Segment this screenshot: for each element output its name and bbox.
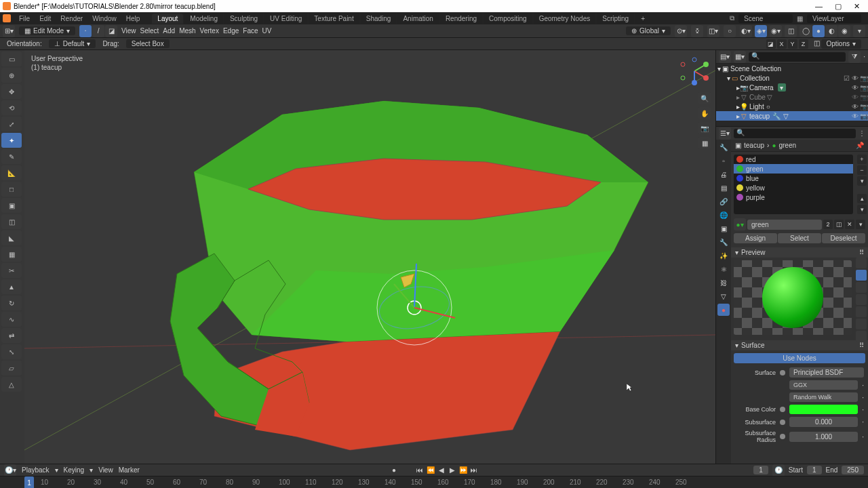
mat-slot-red[interactable]: red	[734, 155, 853, 164]
menu-mesh[interactable]: Mesh	[179, 27, 195, 35]
playhead[interactable]: 1	[24, 476, 34, 488]
subsurface-socket-icon[interactable]	[780, 420, 785, 425]
surface-panel-header[interactable]: ▾Surface⠿	[731, 340, 868, 350]
shading-matprev-icon[interactable]: ◐	[825, 25, 837, 37]
tab-texturepaint[interactable]: Texture Paint	[309, 14, 359, 24]
outliner-new-icon[interactable]: ·	[863, 53, 865, 60]
shrink-tool-icon[interactable]: ⤡	[1, 344, 22, 359]
anim-dot-icon[interactable]: ·	[862, 394, 864, 401]
tab-layout[interactable]: Layout	[152, 14, 183, 24]
particle-tab-icon[interactable]: ✨	[717, 249, 730, 262]
outliner-funnel-icon[interactable]: ⧩	[848, 51, 861, 63]
tab-geonodes[interactable]: Geometry Nodes	[534, 14, 596, 24]
mat-slot-green[interactable]: green	[734, 164, 853, 174]
shading-solid-icon[interactable]: ●	[812, 25, 825, 37]
scene-browse-icon[interactable]: ⧉	[730, 14, 734, 22]
mat-slot-purple[interactable]: purple	[734, 192, 853, 202]
distribution-field[interactable]: GGX	[789, 380, 858, 390]
mat-users-icon[interactable]: 2	[823, 220, 833, 229]
viewport[interactable]: User Perspective (1) teacup 🔍 ✋ 📷 ▦	[24, 50, 715, 464]
mat-browse-icon[interactable]: ●▾	[734, 218, 746, 230]
mat-newcopy-icon[interactable]: ◫	[834, 220, 844, 229]
end-frame[interactable]: 250	[842, 466, 864, 474]
shading-wireframe-icon[interactable]: ◯	[800, 25, 812, 37]
breadcrumb-mat[interactable]: green	[778, 142, 796, 149]
props-editor-icon[interactable]: ☰▾	[719, 127, 731, 140]
jump-nextkey-icon[interactable]: ⏩	[458, 466, 468, 475]
surface-shader-field[interactable]: Principled BSDF	[789, 367, 864, 378]
timeline-track[interactable]: 1 10203040506070809010011012013014015016…	[0, 476, 868, 488]
scene-collection[interactable]: Scene Collection	[730, 65, 781, 73]
polybuild-tool-icon[interactable]: ▲	[1, 279, 22, 294]
xray-icon[interactable]: ◫	[785, 25, 797, 37]
measure-tool-icon[interactable]: 📐	[1, 165, 22, 180]
mat-slot-blue[interactable]: blue	[734, 174, 853, 183]
subsurfradius-socket-icon[interactable]	[780, 434, 785, 439]
gizmo-icon[interactable]: ◈▾	[755, 25, 767, 37]
output-tab-icon[interactable]: 🖨	[717, 168, 730, 180]
cursor-tool-icon[interactable]: ⊕	[1, 68, 22, 83]
axis-z[interactable]: Z	[799, 39, 808, 49]
object-tab-icon[interactable]: ▣	[717, 222, 730, 235]
tab-compositing[interactable]: Compositing	[484, 14, 532, 24]
proportional-icon[interactable]: ○	[724, 25, 736, 37]
mat-movedown-icon[interactable]: ▾	[857, 205, 867, 214]
vertex-select-icon[interactable]: ⬝	[79, 25, 92, 37]
tab-rendering[interactable]: Rendering	[440, 14, 482, 24]
camera-view-icon[interactable]: 📷	[698, 122, 711, 134]
zoom-icon[interactable]: 🔍	[698, 92, 711, 104]
play-icon[interactable]: ▶	[448, 466, 457, 475]
options-dropdown[interactable]: Options▾	[821, 39, 861, 49]
mat-link-icon[interactable]: ▾	[856, 220, 865, 229]
material-tab-icon[interactable]: ●	[717, 304, 730, 316]
menu-window[interactable]: Window	[88, 15, 121, 22]
edgeslide-tool-icon[interactable]: ⇄	[1, 328, 22, 343]
outliner-teacup[interactable]: teacup	[749, 113, 770, 120]
mesh-edit-mode-icon[interactable]: ◐▾	[740, 25, 752, 37]
shading-rendered-icon[interactable]: ◉	[838, 25, 850, 37]
play-reverse-icon[interactable]: ◀	[437, 466, 446, 475]
extrude-tool-icon[interactable]: ▣	[1, 198, 22, 213]
mode-selector[interactable]: ▦Edit Mode▾	[19, 26, 75, 35]
view-menu[interactable]: View	[98, 466, 113, 474]
drag-dropdown[interactable]: Select Box	[126, 39, 170, 48]
anim-dot-icon[interactable]: ·	[862, 418, 864, 426]
minimize-icon[interactable]: —	[815, 2, 823, 11]
outliner-cube[interactable]: Cube	[749, 94, 766, 101]
preview-hair-icon[interactable]	[856, 294, 867, 305]
loopcut-tool-icon[interactable]: ▦	[1, 247, 22, 262]
menu-face[interactable]: Face	[243, 27, 258, 35]
menu-render[interactable]: Render	[56, 15, 87, 22]
knife-tool-icon[interactable]: ✂	[1, 263, 22, 278]
select-tool-icon[interactable]: ▭	[1, 52, 22, 66]
preview-flat-icon[interactable]	[856, 258, 867, 268]
playback-menu[interactable]: Playback	[22, 466, 50, 474]
keying-menu[interactable]: Keying	[64, 466, 85, 474]
snap-icon[interactable]: ⧲	[691, 25, 703, 37]
breadcrumb-obj[interactable]: teacup	[744, 142, 764, 149]
preview-shaderball-icon[interactable]	[856, 306, 867, 317]
subsurface-field[interactable]: 0.000	[789, 417, 858, 427]
mat-slot-yellow[interactable]: yellow	[734, 183, 853, 192]
mat-specials-icon[interactable]: ▾	[857, 176, 867, 186]
pin-icon[interactable]: 📌	[856, 142, 864, 149]
preview-cube-icon[interactable]	[856, 282, 867, 293]
menu-select[interactable]: Select	[140, 27, 159, 35]
move-tool-icon[interactable]: ✥	[1, 84, 22, 99]
menu-edge[interactable]: Edge	[223, 27, 239, 35]
axis-gizmo[interactable]	[677, 54, 711, 88]
preview-cloth-icon[interactable]	[856, 319, 867, 329]
props-search[interactable]: 🔍	[734, 129, 856, 138]
editor-type-icon[interactable]: ⊞▾	[3, 25, 15, 37]
tab-animation[interactable]: Animation	[397, 14, 438, 24]
inset-tool-icon[interactable]: ◫	[1, 214, 22, 229]
axis-y[interactable]: Y	[788, 39, 797, 49]
outliner-filter-icon[interactable]: ▦▾	[734, 51, 746, 63]
axis-x[interactable]: X	[777, 39, 787, 49]
pan-icon[interactable]: ✋	[698, 107, 711, 119]
props-options-icon[interactable]: ⋮	[859, 129, 865, 137]
preview-sphere-icon[interactable]	[856, 270, 867, 281]
smooth-tool-icon[interactable]: ∿	[1, 312, 22, 327]
jump-end-icon[interactable]: ⏭	[469, 466, 479, 475]
constraint-tab-icon[interactable]: ⛓	[717, 277, 730, 289]
